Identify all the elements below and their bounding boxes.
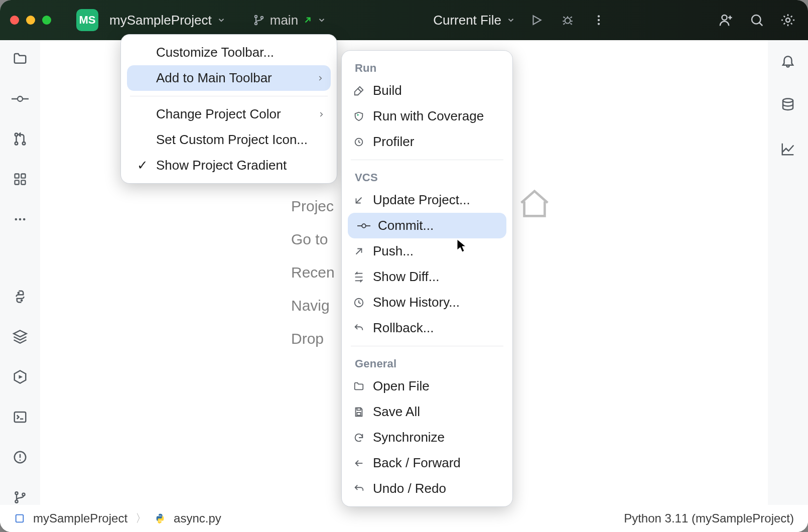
svg-point-26	[18, 292, 19, 293]
submenu-label: Show History...	[373, 295, 460, 310]
svg-point-0	[255, 16, 257, 18]
database-icon	[780, 97, 795, 112]
structure-tool[interactable]	[11, 172, 30, 187]
svg-line-43	[356, 197, 362, 203]
svg-point-16	[15, 134, 18, 137]
left-tool-rail	[0, 40, 40, 505]
chevron-down-icon	[506, 16, 515, 25]
submenu-item-profiler[interactable]: Profiler	[342, 129, 512, 155]
submenu-item-undo-redo[interactable]: Undo / Redo	[342, 476, 512, 501]
submenu-label: Update Project...	[373, 192, 470, 208]
submenu-item-rollback[interactable]: Rollback...	[342, 315, 512, 341]
code-with-me-button[interactable]	[716, 10, 736, 30]
svg-point-35	[20, 459, 21, 461]
breadcrumb[interactable]: mySampleProject 〉 async.py	[14, 511, 221, 526]
add-to-toolbar-submenu: Run Build Run with Coverage Profiler VCS…	[341, 50, 513, 507]
menu-item-show-gradient[interactable]: ✓ Show Project Gradient	[121, 153, 337, 178]
settings-button[interactable]	[778, 10, 798, 30]
svg-point-5	[565, 18, 571, 24]
layers-icon	[13, 329, 28, 344]
submenu-label: Run with Coverage	[373, 108, 484, 124]
search-icon	[749, 13, 764, 28]
svg-marker-4	[533, 16, 541, 24]
separator	[351, 160, 503, 160]
menu-label: Add to Main Toolbar	[156, 70, 272, 86]
submenu-label: Push...	[373, 243, 414, 259]
menu-item-change-project-color[interactable]: Change Project Color	[121, 101, 337, 127]
minimize-window-button[interactable]	[26, 16, 35, 25]
project-dropdown[interactable]: mySampleProject	[109, 13, 226, 28]
submenu-header-general: General	[342, 351, 512, 373]
submenu-item-show-diff[interactable]: Show Diff...	[342, 264, 512, 290]
svg-rect-31	[15, 412, 26, 422]
toolbar-context-menu: Customize Toolbar... Add to Main Toolbar…	[120, 34, 337, 184]
python-packages-tool[interactable]	[11, 329, 30, 344]
separator	[351, 346, 503, 346]
menu-item-customize-toolbar[interactable]: Customize Toolbar...	[121, 40, 337, 65]
undo-icon	[352, 323, 366, 334]
interpreter-status[interactable]: Python 3.11 (mySampleProject)	[624, 511, 794, 525]
close-window-button[interactable]	[10, 16, 19, 25]
diff-icon	[352, 272, 366, 283]
welcome-hints: Searc Projec Go to Recen Navig Drop	[291, 165, 335, 347]
svg-point-6	[598, 15, 600, 17]
submenu-item-push[interactable]: Push...	[342, 238, 512, 264]
submenu-item-commit[interactable]: Commit...	[348, 213, 506, 238]
svg-marker-30	[19, 375, 23, 379]
submenu-label: Rollback...	[373, 320, 434, 336]
shield-run-icon	[352, 111, 366, 122]
problems-tool[interactable]	[11, 450, 30, 465]
svg-point-12	[786, 18, 790, 22]
submenu-item-update-project[interactable]: Update Project...	[342, 187, 512, 213]
commit-tool[interactable]	[11, 91, 30, 106]
submenu-item-build[interactable]: Build	[342, 78, 512, 103]
svg-rect-20	[21, 174, 25, 178]
alert-icon	[13, 450, 28, 465]
python-console-tool[interactable]	[11, 289, 30, 304]
project-tool[interactable]	[11, 51, 30, 66]
svg-marker-52	[457, 239, 466, 252]
notifications-tool[interactable]	[778, 51, 797, 70]
submenu-label: Build	[373, 83, 402, 98]
search-button[interactable]	[747, 10, 767, 30]
submenu-item-show-history[interactable]: Show History...	[342, 290, 512, 315]
submenu-item-synchronize[interactable]: Synchronize	[342, 425, 512, 450]
gear-icon	[780, 13, 795, 28]
menu-label: Customize Toolbar...	[156, 45, 274, 60]
branch-dropdown[interactable]: main	[253, 13, 326, 28]
chevron-right-icon: 〉	[136, 511, 147, 526]
maximize-window-button[interactable]	[42, 16, 51, 25]
submenu-item-save-all[interactable]: Save All	[342, 399, 512, 425]
submenu-header-vcs: VCS	[342, 165, 512, 187]
submenu-item-run-coverage[interactable]: Run with Coverage	[342, 103, 512, 129]
menu-item-add-to-main-toolbar[interactable]: Add to Main Toolbar	[127, 65, 331, 91]
endpoints-tool[interactable]	[778, 140, 797, 159]
more-button[interactable]	[589, 10, 609, 30]
branch-icon	[253, 14, 265, 26]
submenu-item-open-file[interactable]: Open File	[342, 373, 512, 399]
database-tool[interactable]	[778, 95, 797, 114]
terminal-tool[interactable]	[11, 410, 30, 425]
hint-line: Go to	[291, 231, 335, 248]
submenu-item-back-forward[interactable]: Back / Forward	[342, 450, 512, 476]
debug-button[interactable]	[558, 10, 578, 30]
svg-point-36	[15, 492, 18, 494]
project-icon: MS	[76, 9, 98, 31]
vcs-tool[interactable]	[11, 490, 30, 505]
more-horizontal-icon	[13, 212, 27, 226]
services-tool[interactable]	[11, 369, 30, 384]
svg-point-13	[18, 96, 23, 101]
menu-item-set-custom-icon[interactable]: Set Custom Project Icon...	[121, 127, 337, 153]
run-config-dropdown[interactable]: Current File	[433, 13, 515, 28]
svg-point-18	[23, 142, 26, 145]
submenu-label: Commit...	[378, 218, 434, 233]
run-button[interactable]	[526, 10, 547, 30]
pull-requests-tool[interactable]	[11, 131, 30, 147]
hint-line: Navig	[291, 297, 335, 314]
sync-icon	[352, 432, 366, 443]
branch-icon	[13, 490, 27, 504]
more-tools[interactable]	[11, 212, 30, 227]
user-plus-icon	[718, 13, 733, 28]
hint-line: Recen	[291, 264, 335, 281]
submenu-header-run: Run	[342, 56, 512, 78]
